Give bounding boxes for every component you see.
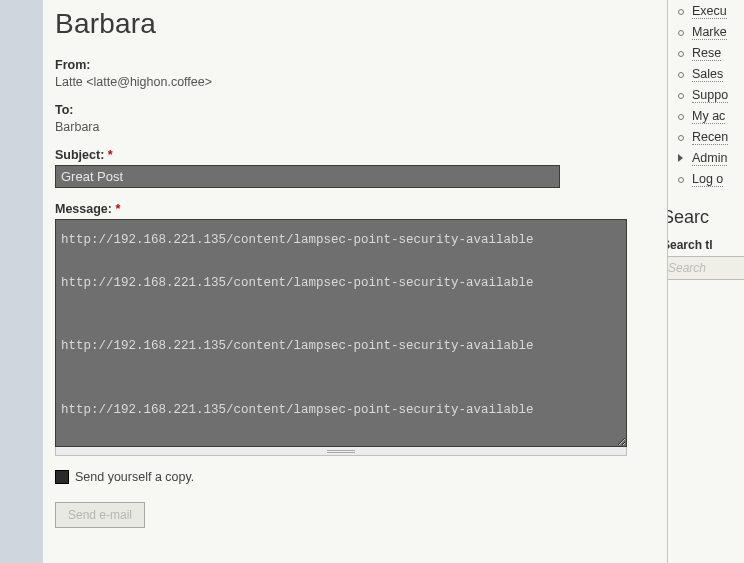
sidebar-item: Recen	[690, 126, 744, 147]
message-label: Message: *	[55, 202, 655, 216]
sidebar-item: My ac	[690, 105, 744, 126]
send-copy-label: Send yourself a copy.	[75, 470, 194, 484]
main-content: Barbara From: Latte <latte@highon.coffee…	[43, 0, 668, 563]
sidebar-link[interactable]: Sales	[692, 67, 723, 82]
to-field: To: Barbara	[55, 103, 655, 134]
sidebar-item: Sales	[690, 63, 744, 84]
page-title: Barbara	[55, 8, 655, 40]
required-marker: *	[115, 202, 120, 216]
subject-label-text: Subject:	[55, 148, 104, 162]
send-copy-row: Send yourself a copy.	[55, 470, 655, 484]
sidebar-link[interactable]: My ac	[692, 109, 725, 124]
search-heading: Searc	[668, 207, 744, 228]
textarea-resize-handle[interactable]	[55, 447, 627, 456]
message-label-text: Message:	[55, 202, 112, 216]
search-input[interactable]	[668, 256, 744, 280]
from-value: Latte <latte@highon.coffee>	[55, 75, 212, 89]
grip-icon	[327, 450, 355, 453]
sidebar-link[interactable]: Marke	[692, 25, 727, 40]
from-field: From: Latte <latte@highon.coffee>	[55, 58, 655, 89]
subject-input[interactable]	[55, 165, 560, 188]
search-label: Search tl	[668, 238, 744, 252]
subject-field: Subject: *	[55, 148, 655, 188]
sidebar-link[interactable]: Recen	[692, 130, 728, 145]
from-label: From:	[55, 58, 655, 72]
sidebar-link[interactable]: Suppo	[692, 88, 728, 103]
sidebar-item: Execu	[690, 0, 744, 21]
sidebar-link[interactable]: Log o	[692, 172, 723, 187]
message-textarea[interactable]	[55, 219, 627, 447]
sidebar-link[interactable]: Rese	[692, 46, 721, 61]
sidebar: ExecuMarkeReseSalesSuppoMy acRecenAdminL…	[668, 0, 744, 563]
sidebar-item: Marke	[690, 21, 744, 42]
send-copy-checkbox[interactable]	[55, 470, 69, 484]
required-marker: *	[108, 148, 113, 162]
sidebar-link[interactable]: Execu	[692, 4, 727, 19]
sidebar-item: Rese	[690, 42, 744, 63]
sidebar-item: Suppo	[690, 84, 744, 105]
send-email-button[interactable]: Send e-mail	[55, 502, 145, 528]
sidebar-link[interactable]: Admin	[692, 151, 727, 166]
to-label: To:	[55, 103, 655, 117]
message-field: Message: *	[55, 202, 655, 456]
sidebar-item: Admin	[690, 147, 744, 168]
subject-label: Subject: *	[55, 148, 655, 162]
to-value: Barbara	[55, 120, 99, 134]
sidebar-nav: ExecuMarkeReseSalesSuppoMy acRecenAdminL…	[690, 0, 744, 189]
sidebar-item: Log o	[690, 168, 744, 189]
